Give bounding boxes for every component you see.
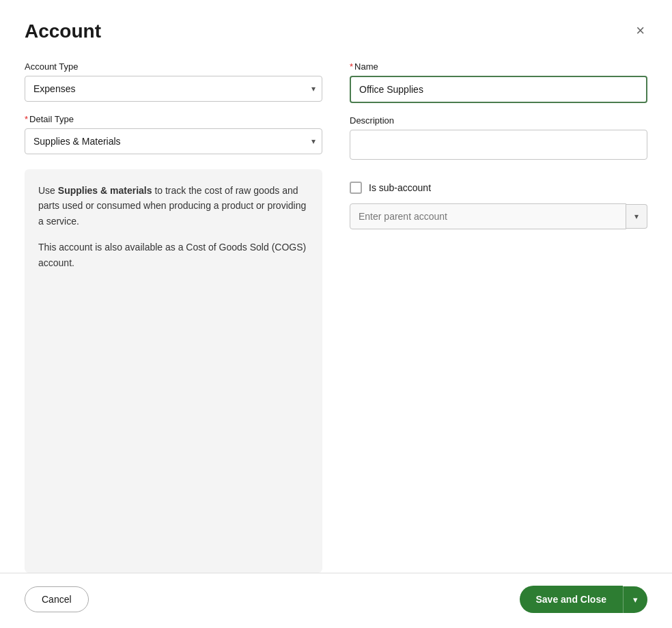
description-label: Description — [350, 115, 647, 126]
cancel-button[interactable]: Cancel — [25, 586, 89, 612]
name-input[interactable] — [350, 76, 647, 103]
detail-type-field: * Detail Type Supplies & Materials ▾ — [25, 114, 322, 154]
account-type-label: Account Type — [25, 61, 322, 72]
right-column: * Name Description Is sub-account ▾ — [350, 61, 647, 573]
detail-type-description: Use Supplies & materials to track the co… — [25, 169, 322, 573]
parent-account-wrapper: ▾ — [350, 203, 647, 229]
description-input[interactable] — [350, 130, 647, 160]
form-body: Account Type Expenses ▾ * Detail Type Su… — [25, 61, 647, 573]
description-field: Description — [350, 115, 647, 162]
detail-type-select-wrapper: Supplies & Materials ▾ — [25, 128, 322, 154]
sub-account-row: Is sub-account — [350, 182, 647, 194]
save-and-close-button[interactable]: Save and Close — [520, 586, 624, 613]
info-paragraph-2: This account is also available as a Cost… — [38, 240, 309, 270]
name-label: * Name — [350, 61, 647, 72]
account-type-select[interactable]: Expenses — [25, 76, 322, 102]
account-modal: Account × Account Type Expenses ▾ * Deta… — [0, 0, 672, 628]
is-sub-account-label: Is sub-account — [369, 182, 431, 193]
account-type-field: Account Type Expenses ▾ — [25, 61, 322, 102]
name-required-star: * — [350, 61, 353, 72]
info-paragraph-1: Use Supplies & materials to track the co… — [38, 183, 309, 229]
save-button-group: Save and Close ▾ — [520, 586, 648, 613]
footer: Cancel Save and Close ▾ — [25, 573, 647, 628]
modal-header: Account × — [25, 20, 647, 42]
save-dropdown-button[interactable]: ▾ — [623, 586, 647, 613]
detail-type-select[interactable]: Supplies & Materials — [25, 128, 322, 154]
name-field: * Name — [350, 61, 647, 103]
parent-account-input[interactable] — [350, 203, 626, 229]
is-sub-account-checkbox[interactable] — [350, 182, 362, 194]
info-bold-text: Supplies & materials — [58, 185, 152, 196]
account-type-select-wrapper: Expenses ▾ — [25, 76, 322, 102]
left-column: Account Type Expenses ▾ * Detail Type Su… — [25, 61, 322, 573]
required-star: * — [25, 114, 28, 124]
detail-type-label: * Detail Type — [25, 114, 322, 124]
close-button[interactable]: × — [633, 20, 647, 41]
page-title: Account — [25, 20, 101, 42]
parent-account-dropdown-button[interactable]: ▾ — [626, 204, 647, 229]
